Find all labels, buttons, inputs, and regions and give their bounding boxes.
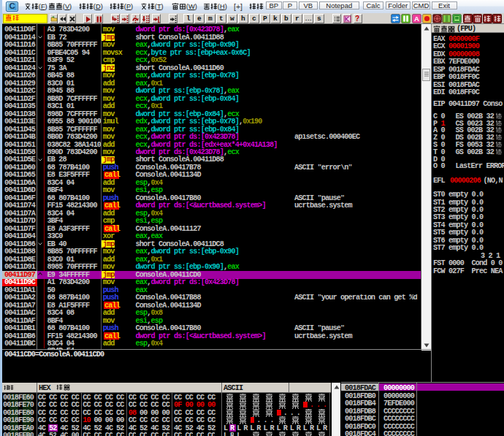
svg-text:A: A [414, 15, 419, 23]
